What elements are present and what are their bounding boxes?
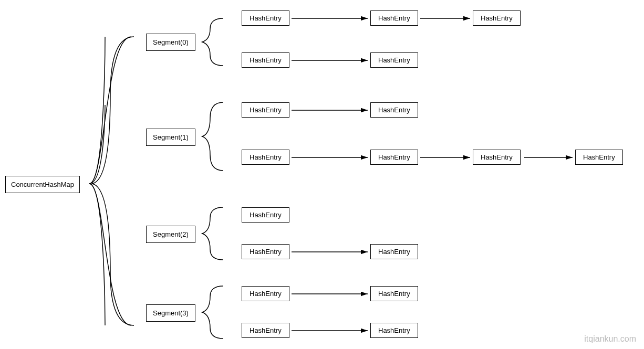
root-node: ConcurrentHashMap (5, 176, 80, 193)
hash-entry: HashEntry (242, 52, 289, 68)
hash-entry: HashEntry (242, 244, 289, 259)
hash-entry: HashEntry (370, 52, 418, 68)
hash-entry: HashEntry (575, 150, 623, 165)
hash-entry: HashEntry (242, 10, 289, 26)
connectors-svg (0, 0, 644, 349)
hash-entry: HashEntry (242, 150, 289, 165)
hash-entry: HashEntry (473, 10, 521, 26)
hash-entry: HashEntry (242, 323, 289, 338)
hash-entry: HashEntry (242, 207, 289, 223)
hash-entry: HashEntry (370, 102, 418, 118)
hash-entry: HashEntry (242, 102, 289, 118)
hash-entry: HashEntry (370, 150, 418, 165)
watermark: itqiankun.com (584, 334, 636, 344)
hash-entry: HashEntry (370, 10, 418, 26)
hash-entry: HashEntry (242, 286, 289, 301)
hash-entry: HashEntry (473, 150, 521, 165)
segment-0: Segment(0) (146, 34, 195, 51)
diagram-container: ConcurrentHashMap Segment(0) Segment(1) … (0, 0, 644, 349)
hash-entry: HashEntry (370, 244, 418, 259)
segment-2: Segment(2) (146, 226, 195, 243)
segment-1: Segment(1) (146, 129, 195, 146)
segment-3: Segment(3) (146, 304, 195, 322)
hash-entry: HashEntry (370, 323, 418, 338)
hash-entry: HashEntry (370, 286, 418, 301)
